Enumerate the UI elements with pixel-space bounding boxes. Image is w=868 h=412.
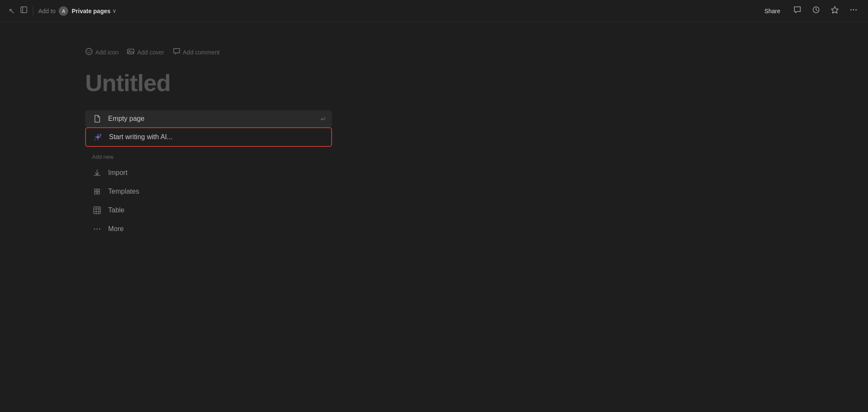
more-item[interactable]: More (85, 220, 332, 238)
svg-point-5 (853, 9, 854, 11)
more-dots-icon (92, 224, 102, 234)
image-icon (127, 48, 135, 57)
empty-page-label: Empty page (108, 115, 144, 123)
topbar-right: Share (760, 4, 859, 18)
share-button[interactable]: Share (760, 6, 785, 16)
add-comment-action[interactable]: Add comment (173, 48, 220, 57)
table-item[interactable]: Table (85, 201, 332, 220)
svg-point-4 (851, 9, 852, 11)
svg-point-7 (86, 49, 92, 55)
avatar: A (59, 6, 68, 16)
topbar: ↖ Add to A Private pages ∨ Share (0, 0, 868, 22)
templates-label: Templates (108, 188, 139, 195)
svg-rect-12 (94, 207, 100, 214)
layout-icon[interactable] (20, 6, 28, 16)
more-icon[interactable] (848, 4, 859, 18)
add-cover-label: Add cover (137, 49, 164, 56)
table-label: Table (108, 206, 124, 214)
sparkle-icon (93, 132, 103, 142)
ai-writing-item[interactable]: Start writing with AI... (85, 127, 332, 147)
add-comment-label: Add comment (183, 49, 220, 56)
add-cover-action[interactable]: Add cover (127, 48, 164, 57)
svg-rect-10 (128, 49, 134, 54)
topbar-left: ↖ Add to A Private pages ∨ (9, 6, 116, 16)
private-pages[interactable]: Private pages ∨ (72, 8, 116, 14)
svg-point-8 (88, 51, 89, 52)
add-icon-label: Add icon (95, 49, 118, 56)
comment-icon[interactable] (791, 4, 803, 18)
ai-label: Start writing with AI... (109, 133, 172, 141)
document-icon (92, 114, 102, 123)
add-to-label: Add to (38, 8, 55, 14)
more-label: More (108, 225, 123, 233)
empty-page-item[interactable]: Empty page ↵ (85, 110, 332, 127)
back-icon[interactable]: ↖ (9, 6, 15, 16)
comment-small-icon (173, 48, 180, 57)
history-icon[interactable] (810, 4, 822, 18)
import-item[interactable]: Import (85, 163, 332, 182)
svg-point-18 (97, 229, 98, 230)
emoji-icon (85, 48, 93, 57)
topbar-divider (33, 6, 33, 16)
svg-point-9 (90, 51, 91, 52)
chevron-down-icon: ∨ (112, 8, 116, 14)
svg-rect-0 (21, 7, 27, 13)
enter-icon: ↵ (321, 115, 326, 123)
templates-icon (92, 186, 102, 197)
page-meta-actions: Add icon Add cover Add comment (85, 48, 783, 57)
main-content: Add icon Add cover Add comment Untitled (0, 22, 868, 264)
page-title[interactable]: Untitled (85, 69, 783, 97)
templates-item[interactable]: Templates (85, 182, 332, 201)
add-to-section[interactable]: Add to A Private pages ∨ (38, 6, 116, 16)
import-icon (92, 168, 102, 178)
svg-marker-3 (831, 6, 838, 13)
menu-container: Empty page ↵ Start writing with AI... Ad… (85, 110, 332, 238)
star-icon[interactable] (829, 4, 841, 18)
import-label: Import (108, 169, 127, 177)
table-icon (92, 205, 102, 215)
svg-point-17 (94, 229, 95, 230)
add-new-label: Add new (85, 147, 332, 163)
svg-point-6 (856, 9, 857, 11)
svg-point-19 (99, 229, 100, 230)
add-icon-action[interactable]: Add icon (85, 48, 118, 57)
